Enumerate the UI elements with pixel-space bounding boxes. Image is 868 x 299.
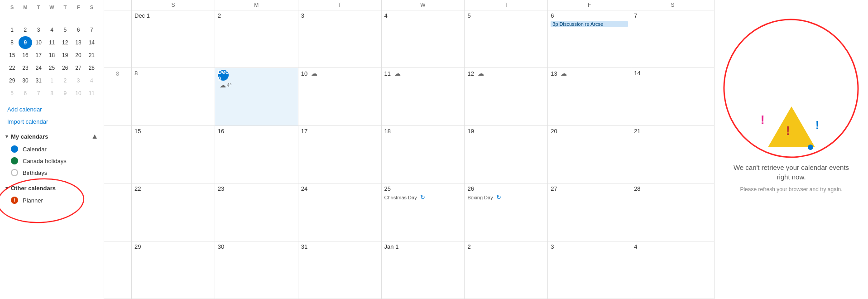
triangle-exclaim-icon: !	[786, 124, 790, 138]
mini-cal-day[interactable]: 5	[5, 87, 19, 100]
mini-cal-day[interactable]: 14	[85, 36, 98, 49]
event-pill[interactable]: 3p Discussion re Arcse	[551, 21, 628, 27]
day-cell-dec27[interactable]: 27	[547, 183, 631, 241]
add-calendar-link[interactable]: Add calendar	[0, 103, 104, 116]
day-cell-dec23[interactable]: 23	[215, 183, 298, 241]
mini-cal-day[interactable]: 24	[32, 62, 45, 74]
mini-cal-day[interactable]: 10	[32, 36, 45, 49]
mini-cal-day[interactable]	[19, 11, 32, 24]
mini-cal-day[interactable]: 11	[45, 36, 58, 49]
mini-cal-day[interactable]: 16	[19, 49, 32, 62]
mini-cal-day[interactable]: 8	[5, 36, 19, 49]
day-cell-dec29[interactable]: 29	[131, 241, 215, 299]
mini-cal-day[interactable]: 12	[58, 36, 72, 49]
mini-cal-day[interactable]: 19	[58, 49, 72, 62]
sidebar-item-birthdays[interactable]: Birthdays	[0, 167, 104, 178]
mini-cal-day[interactable]: 25	[45, 62, 58, 74]
mini-cal-day[interactable]: 6	[72, 24, 85, 36]
day-cell-dec18[interactable]: 18	[381, 126, 465, 183]
mini-cal-day[interactable]: 3	[32, 24, 45, 36]
mini-cal-day[interactable]: 13	[72, 36, 85, 49]
mini-cal-day[interactable]: 7	[32, 87, 45, 100]
mini-cal-day[interactable]: 7	[85, 24, 98, 36]
mini-cal-day[interactable]: 17	[32, 49, 45, 62]
mini-cal-day[interactable]: 2	[58, 74, 72, 87]
sidebar-item-calendar[interactable]: Calendar	[0, 143, 104, 155]
day-cell-dec21[interactable]: 21	[631, 126, 714, 183]
mini-cal-day[interactable]	[85, 11, 98, 24]
other-calendars-header[interactable]: ▾ Other calendars	[0, 182, 104, 194]
day-cell-dec3[interactable]: 3	[298, 10, 381, 68]
mini-cal-day[interactable]	[72, 11, 85, 24]
mini-cal-day[interactable]: 10	[72, 87, 85, 100]
mini-cal-day[interactable]: 8	[45, 87, 58, 100]
mini-cal-day[interactable]: 3	[72, 74, 85, 87]
day-cell-dec4[interactable]: 4	[381, 10, 465, 68]
mini-cal-day[interactable]: 21	[85, 49, 98, 62]
day-cell-jan4[interactable]: 4	[631, 241, 714, 299]
day-cell-dec24[interactable]: 24	[298, 183, 381, 241]
mini-cal-day[interactable]	[5, 11, 19, 24]
mini-cal-day[interactable]: 30	[19, 74, 32, 87]
day-number: 28	[634, 185, 640, 192]
mini-cal-day[interactable]: 5	[58, 24, 72, 36]
day-cell-jan2[interactable]: 2	[464, 241, 547, 299]
day-cell-dec2[interactable]: 2	[215, 10, 298, 68]
day-cell-dec5[interactable]: 5	[464, 10, 547, 68]
cloud-icon: ☁	[311, 70, 317, 77]
mini-cal-day[interactable]: 2	[19, 24, 32, 36]
day-cell-dec19[interactable]: 19	[464, 126, 547, 183]
mini-cal-day[interactable]: 26	[58, 62, 72, 74]
day-cell-dec13[interactable]: 13 ☁	[547, 68, 631, 125]
mini-cal-day[interactable]: 6	[19, 87, 32, 100]
day-cell-dec16[interactable]: 16	[215, 126, 298, 183]
scroll-up-button[interactable]: ▲	[91, 132, 98, 140]
day-cell-dec7[interactable]: 7	[631, 10, 714, 68]
mini-cal-day[interactable]: 4	[85, 74, 98, 87]
mini-cal-day-today[interactable]: 9	[19, 36, 32, 49]
day-cell-dec26[interactable]: 26 Boxing Day ↻	[464, 183, 547, 241]
day-cell-dec6[interactable]: 6 3p Discussion re Arcse	[547, 10, 631, 68]
day-cell-dec30[interactable]: 30	[215, 241, 298, 299]
sidebar-item-planner[interactable]: ! Planner	[0, 194, 104, 206]
day-cell-dec15[interactable]: 15	[131, 126, 215, 183]
mini-cal-day[interactable]: 1	[5, 24, 19, 36]
mini-cal-day[interactable]: 15	[5, 49, 19, 62]
day-cell-jan3[interactable]: 3	[547, 241, 631, 299]
my-calendars-header[interactable]: ▾ My calendars ▲	[0, 130, 104, 143]
error-icon-group: ! ! !	[764, 106, 819, 152]
day-cell-dec11[interactable]: 11 ☁	[381, 68, 465, 125]
day-cell-dec20[interactable]: 20	[547, 126, 631, 183]
mini-cal-day[interactable]: 20	[72, 49, 85, 62]
mini-cal-day[interactable]	[58, 11, 72, 24]
mini-cal-day[interactable]: 28	[85, 62, 98, 74]
mini-cal-day[interactable]: 18	[45, 49, 58, 62]
day-cell-jan1[interactable]: Jan 1	[381, 241, 465, 299]
day-cell-dec31[interactable]: 31	[298, 241, 381, 299]
mini-cal-day[interactable]: 23	[19, 62, 32, 74]
day-cell-dec25[interactable]: 25 Christmas Day ↻	[381, 183, 465, 241]
day-cell-dec10[interactable]: 10 ☁	[298, 68, 381, 125]
mini-cal-day[interactable]: 4	[45, 24, 58, 36]
day-cell-dec17[interactable]: 17	[298, 126, 381, 183]
mini-cal-day[interactable]: 1	[45, 74, 58, 87]
day-cell-dec9-today[interactable]: Dec 9 ☁4°	[215, 68, 298, 125]
mini-cal-day[interactable]: 27	[72, 62, 85, 74]
day-cell-dec8[interactable]: 8	[131, 68, 215, 125]
sidebar-item-canada-holidays[interactable]: Canada holidays	[0, 155, 104, 167]
day-number: 27	[551, 185, 557, 192]
mini-cal-day[interactable]: 29	[5, 74, 19, 87]
day-cell-dec22[interactable]: 22	[131, 183, 215, 241]
mini-cal-day[interactable]	[45, 11, 58, 24]
mini-cal-day[interactable]: 22	[5, 62, 19, 74]
chevron-down-icon: ▾	[5, 134, 8, 140]
mini-cal-day[interactable]: 9	[58, 87, 72, 100]
day-cell-dec14[interactable]: 14	[631, 68, 714, 125]
mini-cal-day[interactable]: 31	[32, 74, 45, 87]
day-cell-dec28[interactable]: 28	[631, 183, 714, 241]
day-cell-dec12[interactable]: 12 ☁	[464, 68, 547, 125]
mini-cal-day[interactable]: 11	[85, 87, 98, 100]
mini-cal-day[interactable]	[32, 11, 45, 24]
import-calendar-link[interactable]: Import calendar	[0, 116, 104, 128]
day-cell-dec1[interactable]: Dec 1	[131, 10, 215, 68]
